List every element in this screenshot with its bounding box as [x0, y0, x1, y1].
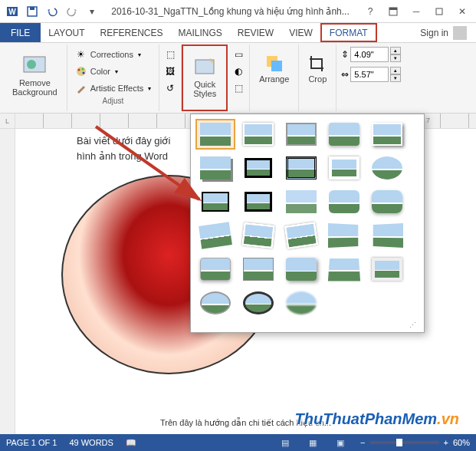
view-print-icon[interactable]: ▦ — [305, 436, 320, 449]
tab-layout[interactable]: LAYOUT — [41, 23, 92, 42]
vertical-ruler[interactable] — [0, 129, 15, 434]
tab-review[interactable]: REVIEW — [230, 23, 281, 42]
group-size: ⇕ 4.09" ▴▾ ⇔ 5.57" ▴▾ — [336, 44, 405, 111]
style-26[interactable] — [238, 288, 278, 318]
minimize-icon[interactable]: ─ — [405, 2, 427, 21]
height-spinner[interactable]: ▴▾ — [390, 47, 401, 62]
remove-background-button[interactable]: Remove Background — [8, 46, 62, 103]
tab-selector[interactable]: L — [0, 114, 15, 128]
watermark: ThuThuatPhanMem.vn — [295, 410, 459, 428]
width-icon: ⇔ — [341, 69, 349, 80]
style-13[interactable] — [324, 186, 364, 217]
layout-icon: ⬚ — [232, 82, 245, 94]
corrections-button[interactable]: ☀ Corrections▾ — [72, 46, 154, 63]
height-input[interactable]: 4.09" — [350, 47, 389, 62]
reset-icon: ↺ — [164, 82, 176, 94]
style-2[interactable] — [281, 119, 321, 150]
compress-button[interactable]: ⬚ — [161, 46, 179, 63]
zoom-control: − + 60% — [360, 438, 470, 447]
tab-references[interactable]: REFERENCES — [92, 23, 170, 42]
gallery-resize-handle[interactable]: ⋰ — [195, 321, 419, 328]
zoom-slider[interactable] — [370, 441, 439, 444]
remove-bg-icon — [22, 52, 47, 77]
quick-access-toolbar: W ▾ — [3, 2, 101, 21]
style-9[interactable] — [367, 153, 407, 183]
quick-styles-button[interactable]: Quick Styles — [188, 48, 222, 104]
save-icon[interactable] — [23, 2, 41, 21]
svg-point-8 — [27, 60, 36, 69]
style-27[interactable] — [281, 288, 321, 318]
style-19[interactable] — [367, 220, 407, 251]
quick-styles-icon — [192, 54, 217, 78]
statusbar: PAGE 1 OF 1 49 WORDS 📖 ▤ ▦ ▣ − + 60% — [0, 434, 476, 451]
group-styles-extra: ▭ ◐ ⬚ — [228, 44, 250, 111]
artistic-effects-button[interactable]: Artistic Effects▾ — [72, 80, 154, 97]
status-words[interactable]: 49 WORDS — [69, 438, 113, 447]
style-1[interactable] — [238, 119, 278, 150]
tab-format[interactable]: FORMAT — [320, 23, 377, 42]
border-icon: ▭ — [232, 48, 245, 61]
close-icon[interactable]: ✕ — [451, 2, 473, 21]
tab-file[interactable]: FILE — [0, 23, 41, 42]
style-6[interactable] — [238, 153, 278, 183]
help-icon[interactable]: ? — [359, 2, 381, 21]
undo-icon[interactable] — [43, 2, 61, 21]
zoom-out-button[interactable]: − — [360, 438, 365, 447]
arrange-button[interactable]: Arrange — [254, 46, 294, 92]
style-18[interactable] — [324, 220, 364, 251]
style-16[interactable] — [238, 220, 278, 251]
zoom-level[interactable]: 60% — [453, 438, 470, 447]
picture-layout-button[interactable]: ⬚ — [229, 80, 248, 97]
style-25[interactable] — [195, 288, 235, 318]
svg-point-12 — [82, 72, 84, 74]
tab-view[interactable]: VIEW — [281, 23, 320, 42]
zoom-in-button[interactable]: + — [444, 438, 448, 447]
style-7[interactable] — [281, 153, 321, 183]
style-14[interactable] — [367, 186, 407, 217]
width-spinner[interactable]: ▴▾ — [390, 67, 401, 82]
style-12[interactable] — [281, 186, 321, 217]
view-read-icon[interactable]: ▤ — [277, 436, 293, 449]
style-4[interactable] — [367, 119, 407, 150]
style-17[interactable] — [281, 220, 321, 251]
group-adjust: ☀ Corrections▾ Color▾ Artistic Effects▾ … — [67, 44, 159, 111]
style-24[interactable] — [367, 254, 407, 285]
ruler-mark: 7 — [426, 117, 430, 124]
corrections-label: Corrections — [90, 50, 133, 59]
redo-icon[interactable] — [63, 2, 81, 21]
style-20[interactable] — [195, 254, 235, 285]
annotation-arrow — [92, 123, 215, 215]
tab-mailings[interactable]: MAILINGS — [170, 23, 229, 42]
status-page[interactable]: PAGE 1 OF 1 — [6, 438, 57, 447]
change-picture-button[interactable]: 🖼 — [161, 63, 179, 80]
picture-border-button[interactable]: ▭ — [229, 46, 248, 63]
adjust-group-label: Adjust — [72, 97, 154, 105]
style-15[interactable] — [195, 220, 235, 251]
color-button[interactable]: Color▾ — [72, 63, 154, 80]
view-web-icon[interactable]: ▣ — [333, 436, 348, 449]
palette-icon — [75, 65, 87, 77]
reset-picture-button[interactable]: ↺ — [161, 80, 179, 97]
signin-button[interactable]: Sign in — [417, 23, 470, 42]
style-3[interactable] — [324, 119, 364, 150]
qat-customize-icon[interactable]: ▾ — [83, 2, 101, 21]
word-icon[interactable]: W — [3, 2, 21, 21]
crop-button[interactable]: Crop — [304, 46, 331, 92]
ribbon-options-icon[interactable] — [382, 2, 404, 21]
width-input[interactable]: 5.57" — [350, 67, 389, 82]
style-21[interactable] — [238, 254, 278, 285]
picture-effects-button[interactable]: ◐ — [229, 63, 248, 80]
maximize-icon[interactable] — [428, 2, 450, 21]
crop-label: Crop — [308, 74, 327, 84]
style-8[interactable] — [324, 153, 364, 183]
style-11[interactable] — [238, 186, 278, 217]
avatar-icon — [453, 26, 467, 40]
style-23[interactable] — [324, 254, 364, 285]
group-remove-bg: Remove Background — [3, 44, 67, 111]
remove-bg-label: Remove Background — [12, 78, 57, 97]
style-22[interactable] — [281, 254, 321, 285]
group-quick-styles: Quick Styles — [182, 44, 228, 111]
status-proof-icon[interactable]: 📖 — [126, 438, 136, 448]
brush-icon — [75, 82, 87, 94]
brightness-icon: ☀ — [75, 48, 87, 61]
